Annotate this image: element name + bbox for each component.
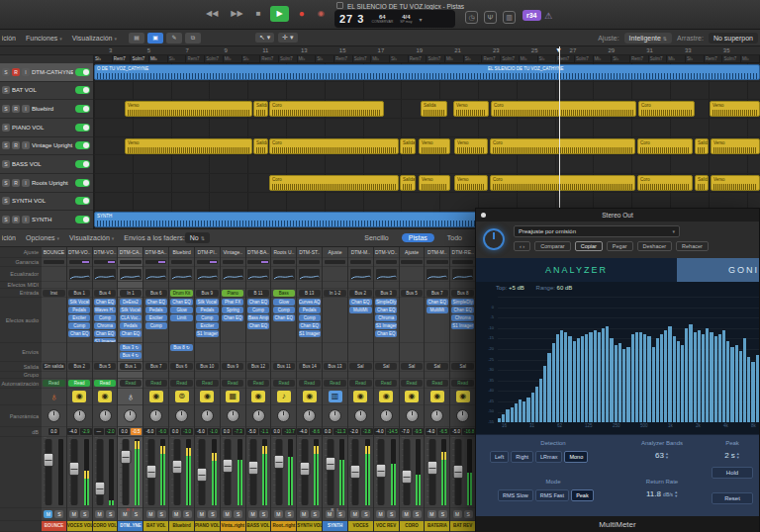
audio-fx-slot[interactable]: SimpleDly [375,299,397,306]
chord-marker[interactable]: Solm7 [353,55,372,62]
gain-slider[interactable] [69,260,90,264]
solo-button[interactable]: S [2,124,10,132]
region[interactable]: Salida [421,101,447,117]
solo-button[interactable]: S [2,197,10,205]
audio-fx-slot[interactable]: Comp [299,314,321,321]
strip-setting[interactable]: DTM-BA.. [145,249,167,255]
forward-button[interactable]: ▶▶ [228,6,245,22]
audio-fx-slot[interactable]: Waves H.. [94,307,116,313]
audio-fx-slot[interactable]: Chan EQ [170,299,192,306]
metronome-icon[interactable]: ▥ [503,11,516,24]
chord-marker[interactable]: Solm7 [575,55,594,62]
audio-fx-slot[interactable]: S1 Imager [196,330,218,337]
view-button-3[interactable]: ⧉ [185,33,201,44]
fader-handle[interactable] [273,455,284,469]
mixer-menu-opciones[interactable]: Opciones ▾ [26,234,59,241]
audio-fx-slot[interactable]: Chroma [451,314,473,321]
chord-marker[interactable]: Si♭ [686,55,705,62]
solo-button[interactable]: S [234,510,242,518]
track-on-toggle[interactable] [75,124,90,132]
play-button[interactable]: ▶ [270,6,288,22]
audio-fx-slot[interactable]: Chan EQ [94,330,116,337]
chord-marker[interactable]: Mi♭ [520,55,538,62]
chord-marker[interactable]: Mi♭ [224,55,242,62]
audio-fx-slot[interactable]: Chan EQ [94,299,116,306]
input-slot[interactable]: B 11 [247,290,269,297]
input-slot[interactable]: Bus 6 [145,290,167,297]
record-enable-button[interactable]: R [12,216,20,223]
send-slot[interactable]: Bus 3 ↻ [120,344,142,351]
mixer-strip-17[interactable]: DTM-RE..Bus 8SimpleDlyChan EQChromaS1 Im… [450,247,475,532]
gain-slider[interactable] [197,260,218,264]
automation-mode[interactable]: Read [94,380,116,387]
pan-knob[interactable] [329,409,341,422]
audio-fx-slot[interactable]: Chan EQ [375,330,397,337]
region[interactable]: Salida [253,138,268,154]
audio-fx-slot[interactable]: Pedals [120,322,142,329]
audio-fx-slot[interactable]: Comp [68,322,90,329]
mute-button[interactable]: M [300,510,309,518]
eq-thumbnail[interactable] [145,269,166,280]
region[interactable]: Coro [491,101,636,117]
output-slot[interactable]: Bus 5 [94,363,116,370]
track-on-toggle[interactable] [75,141,90,149]
fader-handle[interactable] [299,462,310,476]
track-header-dtm-cathyne[interactable]: SRIDTM-CATHYNE [0,63,93,82]
automation-mode[interactable]: Read [273,380,295,387]
solo-button[interactable]: S [80,510,89,518]
mixer-strip-7[interactable]: DTM-PI..Bus 9Silk VocalPedalsCompExciter… [195,247,220,532]
region[interactable]: Coro [637,138,693,154]
input-slot[interactable]: In 1-2 [324,290,345,297]
chord-marker[interactable]: Rem7 [186,55,205,62]
reset-button[interactable]: Reset [712,492,753,504]
output-slot[interactable]: Bus 14 [299,363,321,370]
automation-mode[interactable]: Read [324,380,345,387]
chord-marker[interactable]: Si♭ [464,55,483,62]
audio-fx-slot[interactable]: Comp [196,314,218,321]
track-lane[interactable]: O DE TU VOZ_CATHYNEEL SILENCIO DE TU VOZ… [94,63,760,82]
automation-mode[interactable]: Read [43,380,64,387]
preset-prev-next-buttons[interactable]: ‹ › [514,241,530,251]
audio-fx-slot[interactable]: DeEss2 [120,299,142,306]
pan-knob[interactable] [48,409,60,422]
strip-setting[interactable]: DTM-M.. [351,249,370,255]
track-on-toggle[interactable] [75,197,90,205]
fader-handle[interactable] [69,462,80,476]
region[interactable]: Salida [695,175,709,191]
output-slot[interactable]: Sal [375,363,397,370]
plugin-close-icon[interactable] [481,213,486,218]
mixer-strip-16[interactable]: DTM-M..Bus 7Chan EQMultiMtSalRead◉-4.0-6… [425,247,449,532]
pan-knob[interactable] [380,409,393,422]
audio-fx-slot[interactable]: Silk Vocal [68,299,90,306]
volume-db[interactable]: 0.0 [119,428,129,435]
audio-fx-slot[interactable]: Chan EQ [349,299,371,306]
mixer-strip-8[interactable]: Vintage..PianoPhat FXSpringChan EQBus 9R… [221,247,245,532]
eq-thumbnail[interactable] [273,269,294,280]
track-header-roots-upright[interactable]: SRIRoots Upright [0,174,93,193]
gain-slider[interactable] [452,260,473,264]
chord-marker[interactable]: Mi♭ [594,55,613,62]
gain-slider[interactable] [171,260,192,264]
gain-slider[interactable] [94,260,115,264]
view-button-2[interactable]: ✎ [166,33,182,44]
track-header-synth-vol[interactable]: SSYNTH VOL [0,193,93,212]
volume-db[interactable]: — [94,428,104,435]
audio-fx-slot[interactable]: CLA Voc.. [120,314,142,321]
audio-fx-slot[interactable]: MultiMt [349,307,371,313]
mute-button[interactable]: M [402,510,411,518]
audio-fx-slot[interactable]: Chan EQ [120,330,142,337]
tab-analyzer[interactable]: ANALYZER [476,258,677,282]
chord-marker[interactable]: Mi♭ [741,55,760,62]
mute-button[interactable]: M [146,510,155,518]
audio-fx-slot[interactable]: Pedals [145,307,167,313]
pan-knob[interactable] [406,409,419,422]
input-monitor-button[interactable]: I [22,105,30,113]
automation-mode[interactable]: Read [401,380,423,387]
detection-lrmax[interactable]: LRmax [535,451,562,463]
fader-handle[interactable] [452,465,463,479]
audio-fx-slot[interactable]: MultiMt [427,307,448,313]
track-header-bluebird[interactable]: SRIBluebird [0,100,93,119]
gain-slider[interactable] [401,260,422,264]
cpu-badge[interactable]: r34 [522,10,541,21]
mute-button[interactable]: M [274,510,283,518]
